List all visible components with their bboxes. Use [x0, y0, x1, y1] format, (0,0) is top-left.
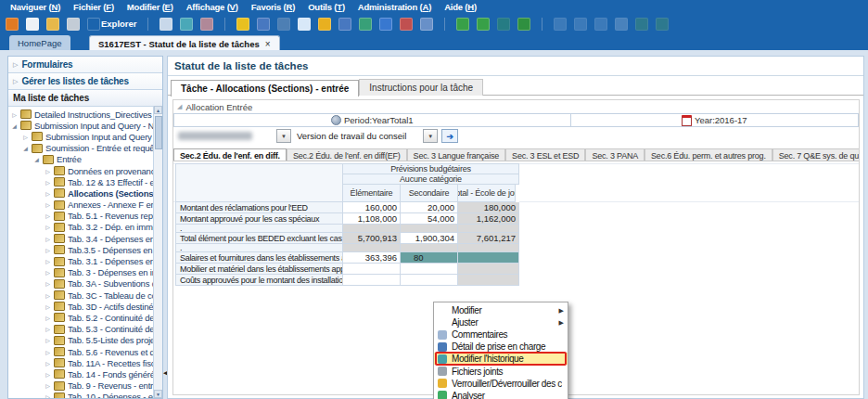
task-tab[interactable]: Tâche - Allocations (Sections) - entrée [171, 80, 359, 97]
grid-cell[interactable] [458, 264, 519, 275]
tree-item[interactable]: ▷ Tab. 11A - Recettes fiscales - entré [8, 357, 154, 368]
sidebar-panel-header[interactable]: ▷ Gérer les listes de tâches [8, 73, 162, 90]
tree-expand-icon[interactable]: ▷ [45, 236, 51, 242]
grid-cell[interactable] [458, 275, 519, 286]
grid-cell[interactable] [343, 244, 401, 252]
toolbar-icon[interactable] [615, 18, 628, 31]
menu-item[interactable]: Modifier (E) [121, 2, 179, 12]
toolbar-icon[interactable] [318, 18, 331, 31]
tree-item[interactable]: ▷ Detailed Instructions_Directives détai… [8, 109, 154, 120]
tree-item[interactable]: ▷ Tab. 3C - Tableau de continuité po [8, 290, 154, 301]
context-menu-item[interactable]: Fichiers joints [434, 365, 568, 377]
toolbar-icon[interactable] [87, 18, 100, 31]
scroll-up-icon[interactable]: ▲ [154, 106, 162, 114]
grid-cell[interactable] [401, 275, 458, 286]
tree-expand-icon[interactable]: ▷ [45, 258, 51, 264]
scrollbar-thumb[interactable] [155, 116, 162, 149]
section-tab[interactable]: Sec. 3 Langue française [407, 148, 505, 161]
toolbar-icon[interactable] [6, 18, 19, 31]
tree-expand-icon[interactable]: ▷ [45, 190, 51, 197]
tree-expand-icon[interactable]: ▷ [45, 168, 51, 174]
close-tab-icon[interactable]: × [265, 39, 271, 49]
tree-item[interactable]: ▷ Tab. 5.6 - Revenus et déficits des t [8, 346, 154, 357]
tree-item[interactable]: ▷ Tab. 5.5-Liste des projets d'immob [8, 335, 154, 346]
task-tab[interactable]: Instructions pour la tâche [359, 79, 483, 96]
dropdown-icon[interactable]: ▼ [423, 129, 438, 143]
toolbar-icon[interactable] [277, 18, 290, 31]
tree-item[interactable]: ▷ Allocations (Sections) - entrée [8, 187, 154, 199]
toolbar-icon[interactable] [554, 18, 567, 31]
dropdown-icon[interactable]: ▼ [276, 129, 291, 143]
toolbar-icon[interactable] [26, 18, 39, 31]
grid-cell[interactable]: 1,108,000 [343, 213, 401, 225]
toolbar-icon[interactable] [298, 18, 311, 31]
toolbar-icon[interactable] [257, 18, 270, 31]
tree-item[interactable]: ▷ Tab. 3 - Dépenses en immobilisatio [8, 267, 154, 278]
grid-cell[interactable] [401, 225, 458, 233]
tree-expand-icon[interactable]: ▷ [45, 315, 51, 321]
grid-cell[interactable]: 7,601,217 [458, 233, 519, 244]
tree-expand-icon[interactable]: ▷ [45, 349, 51, 355]
toolbar-icon[interactable] [635, 18, 648, 31]
tree-item[interactable]: ▷ Annexes - Annexe F entrée seulem [8, 200, 154, 211]
tree-expand-icon[interactable]: ▷ [45, 224, 51, 230]
toolbar-icon[interactable] [517, 18, 530, 31]
tree-item[interactable]: ▷ Tab. 5.3 - Continuité des apports e [8, 324, 154, 335]
tree-expand-icon[interactable]: ▷ [45, 201, 51, 208]
menu-item[interactable]: Fichier (F) [68, 2, 120, 12]
tree-expand-icon[interactable]: ▷ [45, 393, 51, 398]
menu-item[interactable]: Outils (T) [302, 2, 351, 12]
grid-cell[interactable] [458, 225, 519, 233]
section-tab[interactable]: Sec.2 Édu. de l'enf. en diff. [173, 148, 287, 161]
toolbar-icon[interactable] [656, 18, 669, 31]
go-button[interactable]: ➔ [441, 129, 458, 143]
toolbar-icon[interactable] [200, 18, 213, 31]
toolbar-icon[interactable] [224, 18, 225, 31]
section-tab[interactable]: Sec. 3 ESL et ESD [505, 148, 585, 161]
toolbar-icon[interactable] [477, 18, 490, 31]
tree-expand-icon[interactable]: ▷ [45, 337, 51, 343]
grid-cell[interactable] [401, 264, 458, 275]
grid-cell[interactable]: 180,000 [458, 202, 519, 213]
tree-item[interactable]: ▷ Tab. 10 - Dépenses - entrée [8, 392, 154, 398]
tab-tasklist-status[interactable]: S1617EST - Statut de la liste de tâches … [89, 35, 280, 51]
toolbar-icon[interactable] [67, 18, 80, 31]
tree-item[interactable]: ◢ Entrée [8, 154, 154, 165]
grid-cell[interactable] [343, 225, 401, 233]
grid-cell[interactable] [343, 275, 401, 286]
toolbar-icon[interactable] [542, 18, 542, 31]
grid-cell[interactable]: 20,000 [401, 202, 458, 213]
tree-scrollbar[interactable]: ▲ ▼ [153, 106, 162, 398]
tree-expand-icon[interactable]: ◢ [33, 156, 40, 162]
toolbar-icon[interactable] [359, 18, 372, 31]
context-menu-item[interactable]: Ajuster ▶ [434, 316, 568, 328]
toolbar-icon[interactable] [147, 18, 148, 31]
tree-item[interactable]: ▷ Tab. 12 & 13 Effectif - entrée [8, 176, 154, 187]
toolbar-icon[interactable] [497, 18, 510, 31]
tree-item[interactable]: ▷ Tab. 3A - Subventions d'immobilisa [8, 278, 154, 290]
tab-homepage[interactable]: HomePage [9, 35, 70, 50]
section-tab[interactable]: Sec. 7 Q&E sys. de qualification [772, 148, 859, 161]
tree-expand-icon[interactable]: ▷ [11, 111, 18, 118]
tree-expand-icon[interactable]: ▷ [45, 303, 51, 310]
tree-expand-icon[interactable]: ▷ [45, 371, 51, 378]
scroll-down-icon[interactable]: ▼ [154, 390, 162, 398]
tree-item[interactable]: ▷ Submission Input and Query [8, 131, 154, 142]
tree-expand-icon[interactable]: ▷ [45, 360, 51, 367]
tree-item[interactable]: ▷ Tab. 5.2 - Continuité des comptes d [8, 312, 154, 323]
sidebar-panel-header[interactable]: ▷ Formulaires [8, 57, 162, 73]
toolbar-icon[interactable] [594, 18, 607, 31]
tree-item[interactable]: ◢ Soumission - Entrée et requête [8, 143, 154, 154]
form-section-header[interactable]: ◢ Allocation Entrée [173, 100, 859, 113]
toolbar-icon[interactable] [46, 18, 59, 31]
grid-cell[interactable] [343, 264, 401, 275]
tree-item[interactable]: ▷ Tab. 3.2 - Dép. en immob - Subv. p [8, 222, 154, 233]
tree-expand-icon[interactable]: ▷ [45, 280, 51, 287]
tree-item[interactable]: ▷ Tab.3.5 - Dépenses en immobilisati [8, 244, 154, 255]
tree-item[interactable]: ▷ Tab. 3.4 - Dépenses en immobilisat [8, 233, 154, 244]
tree-expand-icon[interactable]: ▷ [45, 179, 51, 186]
context-menu-item[interactable]: Verrouiller/Déverrouiller des cellules [434, 378, 568, 390]
tree-item[interactable]: ◢ Submission Input and Query - Non-FS_So… [8, 120, 154, 131]
tree-expand-icon[interactable]: ◢ [22, 145, 29, 151]
section-tab[interactable]: Sec. 3 PANA [585, 148, 645, 161]
